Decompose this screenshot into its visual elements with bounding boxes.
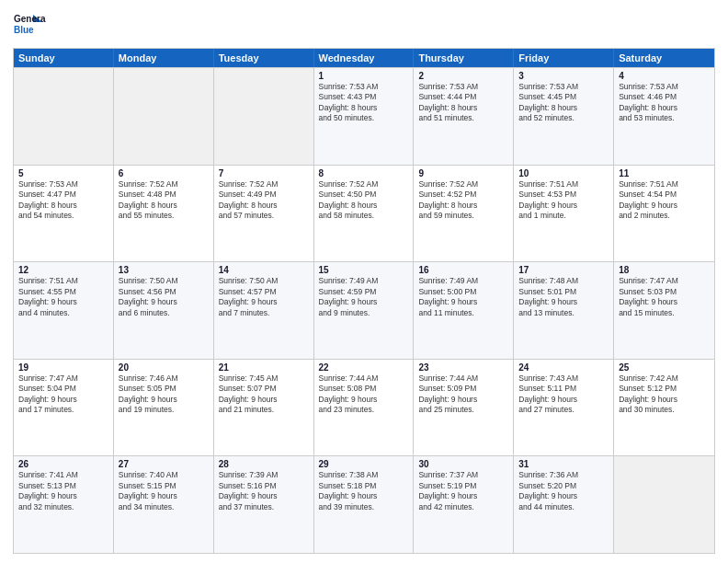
cal-week-3: 12Sunrise: 7:51 AM Sunset: 4:55 PM Dayli… <box>14 261 714 359</box>
cell-date-number: 27 <box>119 459 209 469</box>
svg-text:General: General <box>14 14 46 24</box>
cell-info-text: Sunrise: 7:51 AM Sunset: 4:53 PM Dayligh… <box>518 179 609 222</box>
cal-day-1: 1Sunrise: 7:53 AM Sunset: 4:43 PM Daylig… <box>314 68 415 165</box>
cell-date-number: 13 <box>119 265 209 275</box>
cal-empty-0-2 <box>214 68 314 165</box>
cell-date-number: 4 <box>619 71 710 81</box>
cell-date-number: 22 <box>319 362 409 373</box>
cell-date-number: 20 <box>119 362 209 373</box>
cell-date-number: 19 <box>18 362 108 373</box>
cell-date-number: 26 <box>18 459 108 469</box>
cell-info-text: Sunrise: 7:50 AM Sunset: 4:57 PM Dayligh… <box>219 276 309 318</box>
cal-day-17: 17Sunrise: 7:48 AM Sunset: 5:01 PM Dayli… <box>514 262 614 359</box>
cell-date-number: 11 <box>619 168 710 178</box>
cal-day-14: 14Sunrise: 7:50 AM Sunset: 4:57 PM Dayli… <box>214 262 314 359</box>
cal-day-21: 21Sunrise: 7:45 AM Sunset: 5:07 PM Dayli… <box>214 360 314 456</box>
cal-day-25: 25Sunrise: 7:42 AM Sunset: 5:12 PM Dayli… <box>614 360 714 456</box>
cell-date-number: 14 <box>219 265 309 275</box>
cell-date-number: 5 <box>18 168 108 178</box>
cal-day-23: 23Sunrise: 7:44 AM Sunset: 5:09 PM Dayli… <box>414 360 514 456</box>
cal-header-monday: Monday <box>114 49 214 67</box>
cell-info-text: Sunrise: 7:51 AM Sunset: 4:55 PM Dayligh… <box>18 276 108 318</box>
cal-day-13: 13Sunrise: 7:50 AM Sunset: 4:56 PM Dayli… <box>114 262 214 359</box>
cell-info-text: Sunrise: 7:37 AM Sunset: 5:19 PM Dayligh… <box>418 470 508 512</box>
cal-day-4: 4Sunrise: 7:53 AM Sunset: 4:46 PM Daylig… <box>614 68 714 165</box>
cell-info-text: Sunrise: 7:53 AM Sunset: 4:47 PM Dayligh… <box>18 179 108 222</box>
cal-week-5: 26Sunrise: 7:41 AM Sunset: 5:13 PM Dayli… <box>14 455 714 553</box>
cal-header-friday: Friday <box>514 49 614 67</box>
cell-info-text: Sunrise: 7:46 AM Sunset: 5:05 PM Dayligh… <box>119 373 209 416</box>
cell-date-number: 10 <box>518 168 609 178</box>
cell-info-text: Sunrise: 7:53 AM Sunset: 4:44 PM Dayligh… <box>418 82 508 124</box>
cal-day-15: 15Sunrise: 7:49 AM Sunset: 4:59 PM Dayli… <box>314 262 415 359</box>
cell-info-text: Sunrise: 7:52 AM Sunset: 4:50 PM Dayligh… <box>319 179 409 222</box>
cell-date-number: 29 <box>319 459 409 469</box>
cal-day-20: 20Sunrise: 7:46 AM Sunset: 5:05 PM Dayli… <box>114 360 214 456</box>
cell-info-text: Sunrise: 7:53 AM Sunset: 4:43 PM Dayligh… <box>319 82 409 124</box>
cell-date-number: 28 <box>219 459 309 469</box>
cal-empty-0-1 <box>114 68 214 165</box>
calendar-body: 1Sunrise: 7:53 AM Sunset: 4:43 PM Daylig… <box>14 67 714 553</box>
logo-svg: GeneralBlue <box>13 9 46 42</box>
cal-week-4: 19Sunrise: 7:47 AM Sunset: 5:04 PM Dayli… <box>14 359 714 456</box>
cell-info-text: Sunrise: 7:36 AM Sunset: 5:20 PM Dayligh… <box>518 470 609 512</box>
cal-header-thursday: Thursday <box>414 49 514 67</box>
cal-week-2: 5Sunrise: 7:53 AM Sunset: 4:47 PM Daylig… <box>14 165 714 262</box>
cal-empty-0-0 <box>14 68 114 165</box>
cal-day-10: 10Sunrise: 7:51 AM Sunset: 4:53 PM Dayli… <box>514 166 614 262</box>
cell-info-text: Sunrise: 7:53 AM Sunset: 4:46 PM Dayligh… <box>619 82 710 124</box>
cell-date-number: 24 <box>518 362 609 373</box>
cell-info-text: Sunrise: 7:40 AM Sunset: 5:15 PM Dayligh… <box>119 470 209 512</box>
cell-info-text: Sunrise: 7:49 AM Sunset: 5:00 PM Dayligh… <box>418 276 508 318</box>
cell-date-number: 17 <box>518 265 609 275</box>
cell-info-text: Sunrise: 7:44 AM Sunset: 5:08 PM Dayligh… <box>319 373 409 416</box>
cell-info-text: Sunrise: 7:45 AM Sunset: 5:07 PM Dayligh… <box>219 373 309 416</box>
cell-info-text: Sunrise: 7:39 AM Sunset: 5:16 PM Dayligh… <box>219 470 309 512</box>
cal-day-8: 8Sunrise: 7:52 AM Sunset: 4:50 PM Daylig… <box>314 166 415 262</box>
cell-info-text: Sunrise: 7:52 AM Sunset: 4:48 PM Dayligh… <box>119 179 209 222</box>
cal-header-sunday: Sunday <box>14 49 114 67</box>
cal-day-28: 28Sunrise: 7:39 AM Sunset: 5:16 PM Dayli… <box>214 456 314 553</box>
cell-date-number: 25 <box>619 362 710 373</box>
cal-day-2: 2Sunrise: 7:53 AM Sunset: 4:44 PM Daylig… <box>414 68 514 165</box>
cal-day-31: 31Sunrise: 7:36 AM Sunset: 5:20 PM Dayli… <box>514 456 614 553</box>
cell-info-text: Sunrise: 7:52 AM Sunset: 4:52 PM Dayligh… <box>418 179 508 222</box>
cell-info-text: Sunrise: 7:47 AM Sunset: 5:03 PM Dayligh… <box>619 276 710 318</box>
cell-info-text: Sunrise: 7:52 AM Sunset: 4:49 PM Dayligh… <box>219 179 309 222</box>
cal-day-7: 7Sunrise: 7:52 AM Sunset: 4:49 PM Daylig… <box>214 166 314 262</box>
cell-info-text: Sunrise: 7:38 AM Sunset: 5:18 PM Dayligh… <box>319 470 409 512</box>
cell-info-text: Sunrise: 7:41 AM Sunset: 5:13 PM Dayligh… <box>18 470 108 512</box>
header: GeneralBlue <box>13 9 715 42</box>
cell-info-text: Sunrise: 7:48 AM Sunset: 5:01 PM Dayligh… <box>518 276 609 318</box>
cell-date-number: 9 <box>418 168 508 178</box>
cal-empty-4-6 <box>614 456 714 553</box>
calendar-header: SundayMondayTuesdayWednesdayThursdayFrid… <box>14 49 714 67</box>
cal-day-27: 27Sunrise: 7:40 AM Sunset: 5:15 PM Dayli… <box>114 456 214 553</box>
cell-info-text: Sunrise: 7:51 AM Sunset: 4:54 PM Dayligh… <box>619 179 710 222</box>
cal-day-12: 12Sunrise: 7:51 AM Sunset: 4:55 PM Dayli… <box>14 262 114 359</box>
cal-day-30: 30Sunrise: 7:37 AM Sunset: 5:19 PM Dayli… <box>414 456 514 553</box>
page: GeneralBlue SundayMondayTuesdayWednesday… <box>0 0 728 563</box>
logo: GeneralBlue <box>13 9 46 42</box>
cell-date-number: 8 <box>319 168 409 178</box>
cell-info-text: Sunrise: 7:43 AM Sunset: 5:11 PM Dayligh… <box>518 373 609 416</box>
cell-date-number: 21 <box>219 362 309 373</box>
cal-day-29: 29Sunrise: 7:38 AM Sunset: 5:18 PM Dayli… <box>314 456 415 553</box>
cal-day-24: 24Sunrise: 7:43 AM Sunset: 5:11 PM Dayli… <box>514 360 614 456</box>
cell-date-number: 3 <box>518 71 609 81</box>
calendar: SundayMondayTuesdayWednesdayThursdayFrid… <box>13 48 715 554</box>
svg-text:Blue: Blue <box>14 25 34 35</box>
cell-date-number: 23 <box>418 362 508 373</box>
cell-date-number: 15 <box>319 265 409 275</box>
cell-info-text: Sunrise: 7:49 AM Sunset: 4:59 PM Dayligh… <box>319 276 409 318</box>
cell-info-text: Sunrise: 7:42 AM Sunset: 5:12 PM Dayligh… <box>619 373 710 416</box>
cal-header-wednesday: Wednesday <box>314 49 415 67</box>
cal-day-18: 18Sunrise: 7:47 AM Sunset: 5:03 PM Dayli… <box>614 262 714 359</box>
cell-date-number: 12 <box>18 265 108 275</box>
cell-date-number: 16 <box>418 265 508 275</box>
cal-day-9: 9Sunrise: 7:52 AM Sunset: 4:52 PM Daylig… <box>414 166 514 262</box>
cell-date-number: 7 <box>219 168 309 178</box>
cell-info-text: Sunrise: 7:50 AM Sunset: 4:56 PM Dayligh… <box>119 276 209 318</box>
cell-date-number: 31 <box>518 459 609 469</box>
cell-info-text: Sunrise: 7:44 AM Sunset: 5:09 PM Dayligh… <box>418 373 508 416</box>
